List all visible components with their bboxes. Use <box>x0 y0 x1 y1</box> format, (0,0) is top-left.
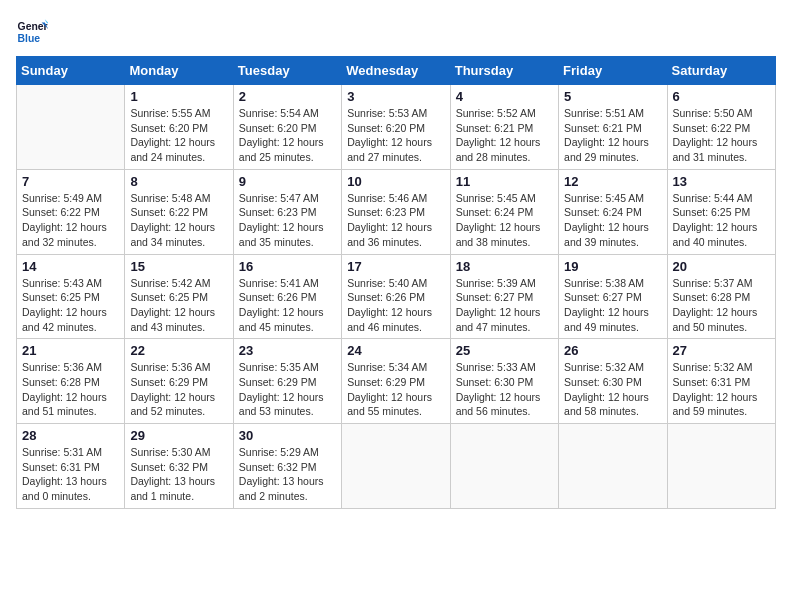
day-number: 1 <box>130 89 227 104</box>
day-info: Sunrise: 5:55 AM Sunset: 6:20 PM Dayligh… <box>130 106 227 165</box>
calendar-cell: 4Sunrise: 5:52 AM Sunset: 6:21 PM Daylig… <box>450 85 558 170</box>
day-number: 8 <box>130 174 227 189</box>
calendar-cell: 26Sunrise: 5:32 AM Sunset: 6:30 PM Dayli… <box>559 339 667 424</box>
day-info: Sunrise: 5:36 AM Sunset: 6:28 PM Dayligh… <box>22 360 119 419</box>
calendar-cell: 16Sunrise: 5:41 AM Sunset: 6:26 PM Dayli… <box>233 254 341 339</box>
day-info: Sunrise: 5:46 AM Sunset: 6:23 PM Dayligh… <box>347 191 444 250</box>
day-info: Sunrise: 5:47 AM Sunset: 6:23 PM Dayligh… <box>239 191 336 250</box>
day-number: 11 <box>456 174 553 189</box>
day-info: Sunrise: 5:32 AM Sunset: 6:30 PM Dayligh… <box>564 360 661 419</box>
day-info: Sunrise: 5:29 AM Sunset: 6:32 PM Dayligh… <box>239 445 336 504</box>
day-info: Sunrise: 5:40 AM Sunset: 6:26 PM Dayligh… <box>347 276 444 335</box>
logo: General Blue <box>16 16 52 48</box>
day-info: Sunrise: 5:32 AM Sunset: 6:31 PM Dayligh… <box>673 360 770 419</box>
day-number: 16 <box>239 259 336 274</box>
day-info: Sunrise: 5:39 AM Sunset: 6:27 PM Dayligh… <box>456 276 553 335</box>
day-number: 10 <box>347 174 444 189</box>
calendar-cell: 13Sunrise: 5:44 AM Sunset: 6:25 PM Dayli… <box>667 169 775 254</box>
day-number: 5 <box>564 89 661 104</box>
calendar-cell: 24Sunrise: 5:34 AM Sunset: 6:29 PM Dayli… <box>342 339 450 424</box>
weekday-header: Tuesday <box>233 57 341 85</box>
day-number: 18 <box>456 259 553 274</box>
calendar-cell: 6Sunrise: 5:50 AM Sunset: 6:22 PM Daylig… <box>667 85 775 170</box>
day-info: Sunrise: 5:34 AM Sunset: 6:29 PM Dayligh… <box>347 360 444 419</box>
calendar-cell <box>559 424 667 509</box>
day-info: Sunrise: 5:36 AM Sunset: 6:29 PM Dayligh… <box>130 360 227 419</box>
calendar-cell: 29Sunrise: 5:30 AM Sunset: 6:32 PM Dayli… <box>125 424 233 509</box>
calendar-week-row: 21Sunrise: 5:36 AM Sunset: 6:28 PM Dayli… <box>17 339 776 424</box>
day-info: Sunrise: 5:35 AM Sunset: 6:29 PM Dayligh… <box>239 360 336 419</box>
calendar-week-row: 7Sunrise: 5:49 AM Sunset: 6:22 PM Daylig… <box>17 169 776 254</box>
calendar-table: SundayMondayTuesdayWednesdayThursdayFrid… <box>16 56 776 509</box>
calendar-cell: 15Sunrise: 5:42 AM Sunset: 6:25 PM Dayli… <box>125 254 233 339</box>
svg-text:Blue: Blue <box>18 33 41 44</box>
calendar-cell: 25Sunrise: 5:33 AM Sunset: 6:30 PM Dayli… <box>450 339 558 424</box>
calendar-week-row: 28Sunrise: 5:31 AM Sunset: 6:31 PM Dayli… <box>17 424 776 509</box>
day-number: 13 <box>673 174 770 189</box>
day-info: Sunrise: 5:43 AM Sunset: 6:25 PM Dayligh… <box>22 276 119 335</box>
calendar-cell: 19Sunrise: 5:38 AM Sunset: 6:27 PM Dayli… <box>559 254 667 339</box>
page-header: General Blue <box>16 16 776 48</box>
day-number: 15 <box>130 259 227 274</box>
calendar-cell: 1Sunrise: 5:55 AM Sunset: 6:20 PM Daylig… <box>125 85 233 170</box>
calendar-cell: 28Sunrise: 5:31 AM Sunset: 6:31 PM Dayli… <box>17 424 125 509</box>
weekday-header: Monday <box>125 57 233 85</box>
day-number: 17 <box>347 259 444 274</box>
day-number: 12 <box>564 174 661 189</box>
day-info: Sunrise: 5:52 AM Sunset: 6:21 PM Dayligh… <box>456 106 553 165</box>
weekday-header: Thursday <box>450 57 558 85</box>
day-info: Sunrise: 5:42 AM Sunset: 6:25 PM Dayligh… <box>130 276 227 335</box>
calendar-cell: 14Sunrise: 5:43 AM Sunset: 6:25 PM Dayli… <box>17 254 125 339</box>
day-info: Sunrise: 5:38 AM Sunset: 6:27 PM Dayligh… <box>564 276 661 335</box>
calendar-cell: 22Sunrise: 5:36 AM Sunset: 6:29 PM Dayli… <box>125 339 233 424</box>
day-number: 2 <box>239 89 336 104</box>
calendar-cell: 18Sunrise: 5:39 AM Sunset: 6:27 PM Dayli… <box>450 254 558 339</box>
calendar-cell: 10Sunrise: 5:46 AM Sunset: 6:23 PM Dayli… <box>342 169 450 254</box>
day-info: Sunrise: 5:37 AM Sunset: 6:28 PM Dayligh… <box>673 276 770 335</box>
day-number: 7 <box>22 174 119 189</box>
weekday-header: Friday <box>559 57 667 85</box>
day-number: 23 <box>239 343 336 358</box>
weekday-header: Wednesday <box>342 57 450 85</box>
day-info: Sunrise: 5:31 AM Sunset: 6:31 PM Dayligh… <box>22 445 119 504</box>
calendar-cell <box>667 424 775 509</box>
calendar-cell: 8Sunrise: 5:48 AM Sunset: 6:22 PM Daylig… <box>125 169 233 254</box>
day-number: 29 <box>130 428 227 443</box>
day-info: Sunrise: 5:54 AM Sunset: 6:20 PM Dayligh… <box>239 106 336 165</box>
day-number: 4 <box>456 89 553 104</box>
day-number: 27 <box>673 343 770 358</box>
calendar-week-row: 1Sunrise: 5:55 AM Sunset: 6:20 PM Daylig… <box>17 85 776 170</box>
calendar-cell: 23Sunrise: 5:35 AM Sunset: 6:29 PM Dayli… <box>233 339 341 424</box>
day-info: Sunrise: 5:33 AM Sunset: 6:30 PM Dayligh… <box>456 360 553 419</box>
calendar-cell: 30Sunrise: 5:29 AM Sunset: 6:32 PM Dayli… <box>233 424 341 509</box>
weekday-header-row: SundayMondayTuesdayWednesdayThursdayFrid… <box>17 57 776 85</box>
weekday-header: Saturday <box>667 57 775 85</box>
day-info: Sunrise: 5:49 AM Sunset: 6:22 PM Dayligh… <box>22 191 119 250</box>
day-info: Sunrise: 5:53 AM Sunset: 6:20 PM Dayligh… <box>347 106 444 165</box>
calendar-cell <box>450 424 558 509</box>
day-number: 20 <box>673 259 770 274</box>
day-number: 22 <box>130 343 227 358</box>
day-number: 24 <box>347 343 444 358</box>
day-number: 28 <box>22 428 119 443</box>
calendar-cell: 2Sunrise: 5:54 AM Sunset: 6:20 PM Daylig… <box>233 85 341 170</box>
day-info: Sunrise: 5:45 AM Sunset: 6:24 PM Dayligh… <box>564 191 661 250</box>
calendar-cell: 21Sunrise: 5:36 AM Sunset: 6:28 PM Dayli… <box>17 339 125 424</box>
day-number: 9 <box>239 174 336 189</box>
day-number: 14 <box>22 259 119 274</box>
calendar-cell: 9Sunrise: 5:47 AM Sunset: 6:23 PM Daylig… <box>233 169 341 254</box>
calendar-cell <box>342 424 450 509</box>
day-number: 3 <box>347 89 444 104</box>
day-number: 26 <box>564 343 661 358</box>
logo-icon: General Blue <box>16 16 48 48</box>
calendar-cell: 12Sunrise: 5:45 AM Sunset: 6:24 PM Dayli… <box>559 169 667 254</box>
day-info: Sunrise: 5:41 AM Sunset: 6:26 PM Dayligh… <box>239 276 336 335</box>
calendar-cell: 3Sunrise: 5:53 AM Sunset: 6:20 PM Daylig… <box>342 85 450 170</box>
calendar-cell: 17Sunrise: 5:40 AM Sunset: 6:26 PM Dayli… <box>342 254 450 339</box>
calendar-cell <box>17 85 125 170</box>
day-number: 19 <box>564 259 661 274</box>
day-info: Sunrise: 5:30 AM Sunset: 6:32 PM Dayligh… <box>130 445 227 504</box>
calendar-cell: 5Sunrise: 5:51 AM Sunset: 6:21 PM Daylig… <box>559 85 667 170</box>
day-number: 25 <box>456 343 553 358</box>
calendar-week-row: 14Sunrise: 5:43 AM Sunset: 6:25 PM Dayli… <box>17 254 776 339</box>
